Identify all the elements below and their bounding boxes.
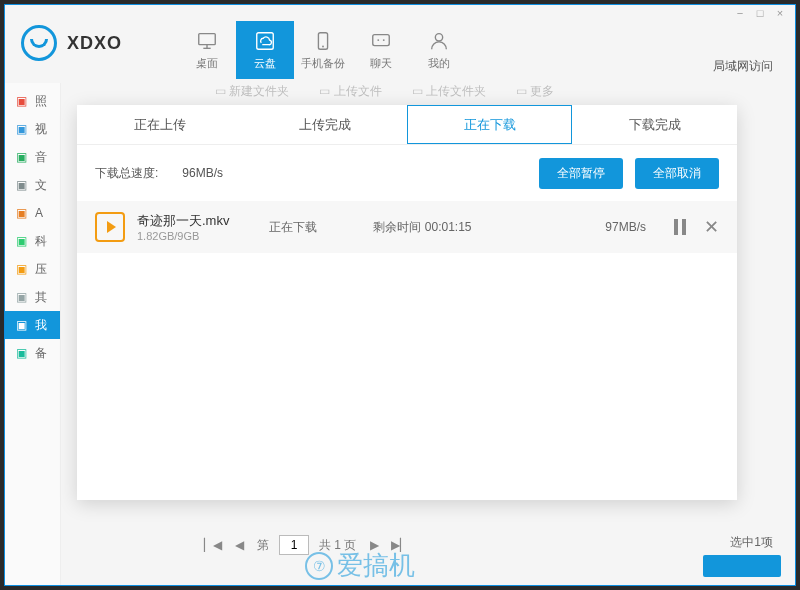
download-row[interactable]: 奇迹那一天.mkv 1.82GB/9GB 正在下载 剩余时间 00:01:15 … bbox=[77, 201, 737, 253]
speed-value: 96MB/s bbox=[182, 166, 223, 180]
tab-2[interactable]: 正在下载 bbox=[407, 105, 572, 144]
file-meta: 奇迹那一天.mkv 1.82GB/9GB bbox=[137, 212, 229, 242]
svg-rect-0 bbox=[199, 33, 216, 44]
close-button[interactable]: × bbox=[775, 8, 785, 18]
logo-icon bbox=[21, 25, 57, 61]
svg-point-8 bbox=[383, 39, 385, 41]
brand-name: XDXO bbox=[67, 33, 122, 54]
svg-point-7 bbox=[377, 39, 379, 41]
video-file-icon bbox=[95, 212, 125, 242]
pause-button[interactable] bbox=[674, 219, 686, 235]
sidebar-item-1[interactable]: ▣视 bbox=[5, 115, 60, 143]
minimize-button[interactable]: − bbox=[735, 8, 745, 18]
header: XDXO 桌面 云盘 手机备份 聊天 我的 局域网访 bbox=[5, 21, 795, 83]
phone-icon bbox=[312, 30, 334, 52]
watermark: ⑦ 爱搞机 bbox=[305, 548, 415, 583]
cancel-button[interactable]: ✕ bbox=[704, 216, 719, 238]
speed-row: 下载总速度: 96MB/s 全部暂停 全部取消 bbox=[77, 145, 737, 201]
sidebar-icon: ▣ bbox=[13, 121, 29, 137]
sidebar-item-2[interactable]: ▣音 bbox=[5, 143, 60, 171]
titlebar: − □ × bbox=[5, 5, 795, 21]
chat-icon bbox=[370, 30, 392, 52]
pager-label: 第 bbox=[257, 537, 269, 554]
cancel-all-button[interactable]: 全部取消 bbox=[635, 158, 719, 189]
transfer-modal: 正在上传上传完成正在下载下载完成 下载总速度: 96MB/s 全部暂停 全部取消… bbox=[77, 105, 737, 500]
logo-area: XDXO bbox=[21, 25, 122, 61]
top-nav: 桌面 云盘 手机备份 聊天 我的 bbox=[178, 21, 468, 79]
sidebar-icon: ▣ bbox=[13, 233, 29, 249]
sidebar-icon: ▣ bbox=[13, 289, 29, 305]
file-speed: 97MB/s bbox=[605, 220, 646, 234]
file-remaining: 剩余时间 00:01:15 bbox=[373, 219, 471, 236]
sidebar: ▣照▣视▣音▣文▣A▣科▣压▣其▣我▣备 bbox=[5, 83, 61, 586]
maximize-button[interactable]: □ bbox=[755, 8, 765, 18]
watermark-icon: ⑦ bbox=[305, 552, 333, 580]
file-name: 奇迹那一天.mkv bbox=[137, 212, 229, 230]
nav-chat[interactable]: 聊天 bbox=[352, 21, 410, 79]
sidebar-item-3[interactable]: ▣文 bbox=[5, 171, 60, 199]
toolbar-ghost: ▭ 新建文件夹▭ 上传文件▭ 上传文件夹▭ 更多 bbox=[215, 83, 554, 100]
sidebar-item-0[interactable]: ▣照 bbox=[5, 87, 60, 115]
sidebar-icon: ▣ bbox=[13, 261, 29, 277]
svg-point-5 bbox=[322, 45, 324, 47]
sidebar-icon: ▣ bbox=[13, 149, 29, 165]
sidebar-icon: ▣ bbox=[13, 205, 29, 221]
sidebar-icon: ▣ bbox=[13, 177, 29, 193]
nav-cloud[interactable]: 云盘 bbox=[236, 21, 294, 79]
cloud-icon bbox=[254, 30, 276, 52]
tab-3[interactable]: 下载完成 bbox=[572, 105, 737, 144]
sidebar-item-9[interactable]: ▣备 bbox=[5, 339, 60, 367]
file-size: 1.82GB/9GB bbox=[137, 230, 229, 242]
sidebar-item-8[interactable]: ▣我 bbox=[5, 311, 60, 339]
speed-label: 下载总速度: bbox=[95, 165, 158, 182]
nav-desktop[interactable]: 桌面 bbox=[178, 21, 236, 79]
sidebar-item-4[interactable]: ▣A bbox=[5, 199, 60, 227]
lan-access-link[interactable]: 局域网访问 bbox=[713, 58, 773, 83]
sidebar-item-6[interactable]: ▣压 bbox=[5, 255, 60, 283]
svg-point-9 bbox=[435, 33, 442, 40]
sidebar-item-7[interactable]: ▣其 bbox=[5, 283, 60, 311]
tab-0[interactable]: 正在上传 bbox=[77, 105, 242, 144]
file-status: 正在下载 bbox=[269, 219, 317, 236]
sidebar-item-5[interactable]: ▣科 bbox=[5, 227, 60, 255]
nav-phone-backup[interactable]: 手机备份 bbox=[294, 21, 352, 79]
svg-rect-6 bbox=[373, 34, 390, 45]
sidebar-icon: ▣ bbox=[13, 317, 29, 333]
sidebar-icon: ▣ bbox=[13, 345, 29, 361]
pager-first[interactable]: ▏◀ bbox=[205, 537, 221, 553]
nav-mine[interactable]: 我的 bbox=[410, 21, 468, 79]
sidebar-icon: ▣ bbox=[13, 93, 29, 109]
app-window: − □ × XDXO 桌面 云盘 手机备份 聊天 bbox=[4, 4, 796, 586]
selection-count: 选中1项 bbox=[730, 534, 773, 551]
pager-prev[interactable]: ◀ bbox=[231, 537, 247, 553]
footer-button[interactable] bbox=[703, 555, 781, 577]
transfer-tabs: 正在上传上传完成正在下载下载完成 bbox=[77, 105, 737, 145]
tab-1[interactable]: 上传完成 bbox=[242, 105, 407, 144]
desktop-icon bbox=[196, 30, 218, 52]
user-icon bbox=[428, 30, 450, 52]
pause-all-button[interactable]: 全部暂停 bbox=[539, 158, 623, 189]
